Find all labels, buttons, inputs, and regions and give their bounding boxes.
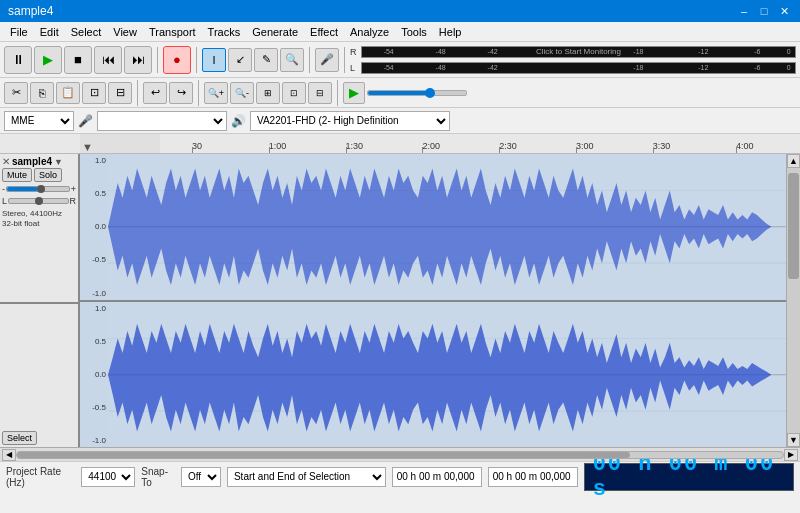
sep3	[309, 47, 310, 73]
pan-r-label: R	[70, 196, 77, 206]
play-button[interactable]: ▶	[34, 46, 62, 74]
play-volume-thumb[interactable]	[425, 88, 435, 98]
y-label-n05-upper: -0.5	[80, 255, 108, 264]
track-meta: Stereo, 44100Hz 32-bit float	[2, 209, 76, 230]
trim-button[interactable]: ⊡	[82, 82, 106, 104]
y-label-10-lower: 1.0	[80, 304, 108, 313]
selection-start-input[interactable]	[392, 467, 482, 487]
time-ruler: ▼ 30 1:00 1:30 2:00 2:30 3:00 3:30 4:00	[0, 134, 800, 154]
pause-button[interactable]: ⏸	[4, 46, 32, 74]
gain-slider[interactable]	[6, 186, 70, 192]
menu-generate[interactable]: Generate	[246, 24, 304, 40]
edit-toolbar: ✂ ⎘ 📋 ⊡ ⊟ ↩ ↪ 🔍+ 🔍- ⊞ ⊡ ⊟ ▶	[0, 78, 800, 108]
sep6	[198, 80, 199, 106]
v-scroll-thumb[interactable]	[788, 173, 799, 279]
track-dropdown-icon[interactable]: ▼	[54, 157, 63, 167]
menu-view[interactable]: View	[107, 24, 143, 40]
selection-end-input[interactable]	[488, 467, 578, 487]
v-scroll-track	[787, 168, 800, 433]
undo-button[interactable]: ↩	[143, 82, 167, 104]
paste-button[interactable]: 📋	[56, 82, 80, 104]
zoom-sel-button[interactable]: ⊡	[282, 82, 306, 104]
play-volume-slider[interactable]	[367, 90, 467, 96]
skip-start-button[interactable]: ⏮	[94, 46, 122, 74]
ruler-left: ▼	[80, 134, 160, 153]
menu-select[interactable]: Select	[65, 24, 108, 40]
menu-file[interactable]: File	[4, 24, 34, 40]
track-stereo: Stereo, 44100Hz	[2, 209, 76, 219]
project-rate-select[interactable]: 44100	[81, 467, 135, 487]
record-button[interactable]: ●	[163, 46, 191, 74]
maximize-button[interactable]: □	[756, 3, 772, 19]
solo-button[interactable]: Solo	[34, 168, 62, 182]
speaker-icon: 🔊	[231, 114, 246, 128]
selection-tool[interactable]: I	[202, 48, 226, 72]
track-close-icon[interactable]: ✕	[2, 156, 10, 167]
window-controls: – □ ✕	[736, 3, 792, 19]
h-scroll-left[interactable]: ◀	[2, 449, 16, 461]
minimize-button[interactable]: –	[736, 3, 752, 19]
y-axis-upper: 1.0 0.5 0.0 -0.5 -1.0	[80, 154, 108, 300]
select-button[interactable]: Select	[2, 431, 37, 445]
h-scrollbar-thumb[interactable]	[17, 452, 630, 458]
title-bar: sample4 – □ ✕	[0, 0, 800, 22]
mute-solo-row: Mute Solo	[2, 168, 76, 182]
ruler-300: 3:00	[576, 141, 594, 151]
silence-button[interactable]: ⊟	[108, 82, 132, 104]
cut-button[interactable]: ✂	[4, 82, 28, 104]
menu-help[interactable]: Help	[433, 24, 468, 40]
ruler-tick-300	[576, 147, 577, 153]
pan-thumb[interactable]	[35, 197, 43, 205]
click-monitor-text[interactable]: Click to Start Monitoring	[536, 47, 621, 56]
sep4	[344, 47, 345, 73]
v-scrollbar[interactable]: ▲ ▼	[786, 154, 800, 447]
zoom-out-button[interactable]: 🔍-	[230, 82, 254, 104]
input-device-select[interactable]	[97, 111, 227, 131]
draw-tool[interactable]: ✎	[254, 48, 278, 72]
menu-analyze[interactable]: Analyze	[344, 24, 395, 40]
menu-transport[interactable]: Transport	[143, 24, 202, 40]
play-meter-button[interactable]: ▶	[343, 82, 365, 104]
track-name-row: ✕ sample4 ▼	[2, 156, 76, 167]
select-btn-container: Select	[2, 431, 37, 445]
tick-0l: 0	[787, 64, 791, 71]
menu-effect[interactable]: Effect	[304, 24, 344, 40]
zoom-tool[interactable]: 🔍	[280, 48, 304, 72]
stop-button[interactable]: ■	[64, 46, 92, 74]
snap-to-select[interactable]: Off	[181, 467, 221, 487]
tick-18r: -18	[633, 48, 643, 55]
gain-thumb[interactable]	[37, 185, 45, 193]
redo-button[interactable]: ↪	[169, 82, 193, 104]
time-display-value: 00 h 00 m 00 s	[593, 452, 785, 502]
selection-mode-select[interactable]: Start and End of Selection Start and Len…	[227, 467, 386, 487]
menu-tools[interactable]: Tools	[395, 24, 433, 40]
tick-12r: -12	[698, 48, 708, 55]
snap-to-label: Snap-To	[141, 466, 175, 488]
bottom-bar: Project Rate (Hz) 44100 Snap-To Off Star…	[0, 461, 800, 491]
waveform-lower[interactable]: 1.0 0.5 0.0 -0.5 -1.0	[80, 302, 786, 448]
toolbar-separator	[157, 47, 158, 73]
audio-host-select[interactable]: MME	[4, 111, 74, 131]
envelope-tool[interactable]: ↙	[228, 48, 252, 72]
mic-button[interactable]: 🎤	[315, 48, 339, 72]
output-device-select[interactable]: VA2201-FHD (2- High Definition	[250, 111, 450, 131]
menu-edit[interactable]: Edit	[34, 24, 65, 40]
pan-slider[interactable]	[8, 198, 68, 204]
v-scroll-down[interactable]: ▼	[787, 433, 800, 447]
skip-end-button[interactable]: ⏭	[124, 46, 152, 74]
ruler-tick-330	[653, 147, 654, 153]
waveform-upper[interactable]: 1.0 0.5 0.0 -0.5 -1.0	[80, 154, 786, 302]
v-scroll-up[interactable]: ▲	[787, 154, 800, 168]
zoom-fit-button[interactable]: ⊞	[256, 82, 280, 104]
ruler-tick-400	[736, 147, 737, 153]
h-scroll-right[interactable]: ▶	[784, 449, 798, 461]
close-button[interactable]: ✕	[776, 3, 792, 19]
zoom-in-button[interactable]: 🔍+	[204, 82, 228, 104]
copy-button[interactable]: ⎘	[30, 82, 54, 104]
zoom-toggle-button[interactable]: ⊟	[308, 82, 332, 104]
mute-button[interactable]: Mute	[2, 168, 32, 182]
ruler-scale: 30 1:00 1:30 2:00 2:30 3:00 3:30 4:00	[160, 134, 800, 153]
ruler-100: 1:00	[269, 141, 287, 151]
menu-tracks[interactable]: Tracks	[202, 24, 247, 40]
ruler-arrow-icon: ▼	[82, 141, 93, 153]
